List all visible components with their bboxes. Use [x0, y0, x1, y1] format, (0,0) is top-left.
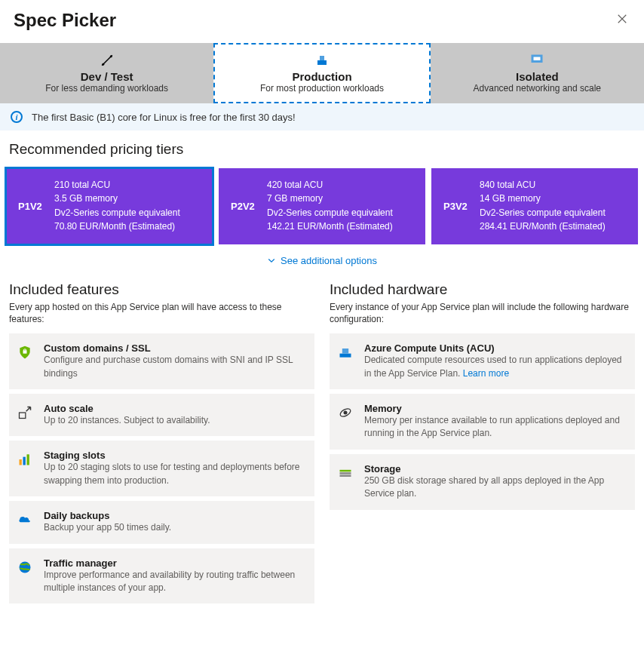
hardware-desc: 250 GB disk storage shared by all apps d… — [364, 474, 627, 501]
svg-rect-5 — [534, 57, 541, 60]
close-icon — [617, 12, 627, 27]
feature-daily-backups: Daily backups Backup your app 50 times d… — [9, 501, 314, 543]
recommended-heading: Recommended pricing tiers — [9, 141, 635, 158]
tier-spec: 284.41 EUR/Month (Estimated) — [480, 220, 606, 233]
tier-spec: Dv2-Series compute equivalent — [267, 207, 393, 220]
close-button[interactable] — [614, 9, 630, 31]
storage-icon — [337, 465, 354, 481]
tier-spec: Dv2-Series compute equivalent — [54, 207, 180, 220]
tab-dev-test[interactable]: Dev / Test For less demanding workloads — [0, 43, 213, 103]
svg-point-12 — [20, 561, 31, 573]
svg-rect-19 — [340, 474, 351, 477]
wrench-icon — [100, 54, 114, 67]
tier-card-p1v2[interactable]: P1V2 210 total ACU 3.5 GB memory Dv2-Ser… — [6, 168, 213, 244]
svg-point-0 — [102, 63, 104, 65]
feature-desc: Configure and purchase custom domains wi… — [44, 354, 307, 380]
hardware-memory: Memory Memory per instance available to … — [330, 394, 635, 450]
svg-rect-2 — [317, 60, 327, 65]
feature-desc: Backup your app 50 times daily. — [44, 521, 307, 534]
tier-category-tabs: Dev / Test For less demanding workloads … — [0, 43, 644, 103]
svg-rect-3 — [320, 56, 324, 60]
tier-card-p2v2[interactable]: P2V2 420 total ACU 7 GB memory Dv2-Serie… — [219, 168, 425, 244]
tab-title: Production — [292, 70, 351, 83]
svg-rect-18 — [340, 472, 351, 474]
tier-spec: 70.80 EUR/Month (Estimated) — [54, 220, 180, 233]
server-icon — [315, 54, 329, 67]
tier-card-p3v2[interactable]: P3V2 840 total ACU 14 GB memory Dv2-Seri… — [431, 168, 638, 244]
hardware-storage: Storage 250 GB disk storage shared by al… — [330, 454, 635, 510]
feature-traffic-manager: Traffic manager Improve performance and … — [9, 548, 314, 604]
additional-label: See additional options — [281, 255, 377, 266]
tier-name: P3V2 — [443, 201, 471, 212]
info-icon: i — [11, 111, 23, 123]
tab-subtitle: For less demanding workloads — [45, 83, 168, 94]
chevron-down-icon — [267, 256, 276, 265]
pricing-tiers: P1V2 210 total ACU 3.5 GB memory Dv2-Ser… — [0, 168, 644, 244]
feature-staging-slots: Staging slots Up to 20 staging slots to … — [9, 441, 314, 496]
feature-title: Daily backups — [44, 510, 307, 521]
info-text: The first Basic (B1) core for Linux is f… — [32, 112, 296, 123]
tab-subtitle: Advanced networking and scale — [474, 83, 601, 94]
hardware-acu: Azure Compute Units (ACU) Dedicated comp… — [330, 333, 635, 389]
tab-isolated[interactable]: Isolated Advanced networking and scale — [431, 43, 644, 103]
svg-rect-10 — [23, 457, 26, 465]
tier-spec: 3.5 GB memory — [54, 192, 180, 205]
tier-spec: 14 GB memory — [480, 192, 606, 205]
compute-icon — [337, 344, 354, 361]
tier-spec: 210 total ACU — [54, 179, 180, 192]
tab-title: Dev / Test — [81, 70, 133, 83]
features-description: Every app hosted on this App Service pla… — [9, 301, 314, 327]
learn-more-link[interactable]: Learn more — [463, 368, 509, 379]
page-title: Spec Picker — [14, 10, 116, 31]
tier-spec: 142.21 EUR/Month (Estimated) — [267, 220, 393, 233]
shield-lock-icon — [17, 344, 33, 361]
hardware-title: Azure Compute Units (ACU) — [364, 342, 627, 354]
memory-icon — [337, 404, 354, 421]
svg-point-16 — [344, 410, 348, 414]
svg-rect-17 — [340, 470, 351, 472]
cloud-backup-icon — [17, 511, 33, 528]
feature-custom-domains: Custom domains / SSL Configure and purch… — [9, 333, 314, 389]
tier-name: P1V2 — [18, 201, 45, 212]
tier-spec: 7 GB memory — [267, 192, 393, 205]
feature-title: Auto scale — [44, 403, 307, 414]
info-banner: i The first Basic (B1) core for Linux is… — [0, 103, 644, 131]
see-additional-options[interactable]: See additional options — [0, 244, 644, 277]
slots-icon — [17, 451, 33, 468]
svg-point-1 — [109, 55, 112, 57]
network-icon — [530, 54, 544, 67]
svg-rect-11 — [27, 455, 29, 465]
svg-rect-8 — [20, 413, 26, 419]
tab-title: Isolated — [516, 70, 559, 83]
hardware-desc: Dedicated compute resources used to run … — [364, 354, 627, 380]
svg-rect-9 — [20, 459, 22, 465]
features-heading: Included features — [9, 281, 314, 298]
tier-spec: 840 total ACU — [480, 179, 606, 192]
tier-name: P2V2 — [231, 201, 258, 212]
included-hardware-column: Included hardware Every instance of your… — [330, 281, 635, 609]
feature-auto-scale: Auto scale Up to 20 instances. Subject t… — [9, 394, 314, 436]
feature-title: Custom domains / SSL — [44, 342, 307, 354]
feature-title: Traffic manager — [44, 557, 307, 569]
tier-spec: Dv2-Series compute equivalent — [480, 207, 606, 220]
hardware-desc: Memory per instance available to run app… — [364, 414, 627, 441]
tier-specs: 210 total ACU 3.5 GB memory Dv2-Series c… — [54, 179, 180, 234]
tab-production[interactable]: Production For most production workloads — [213, 43, 430, 103]
included-features-column: Included features Every app hosted on th… — [9, 281, 314, 609]
hardware-title: Memory — [364, 403, 627, 414]
svg-rect-14 — [342, 349, 348, 354]
feature-title: Staging slots — [44, 450, 307, 461]
hardware-description: Every instance of your App Service plan … — [330, 301, 635, 327]
tier-specs: 420 total ACU 7 GB memory Dv2-Series com… — [267, 179, 393, 234]
tab-subtitle: For most production workloads — [260, 83, 384, 94]
scale-arrow-icon — [17, 404, 33, 421]
tier-spec: 420 total ACU — [267, 179, 393, 192]
globe-icon — [17, 559, 33, 576]
hardware-heading: Included hardware — [330, 281, 635, 298]
tier-specs: 840 total ACU 14 GB memory Dv2-Series co… — [480, 179, 606, 234]
feature-desc: Up to 20 staging slots to use for testin… — [44, 461, 307, 487]
svg-rect-13 — [340, 354, 351, 358]
feature-desc: Improve performance and availability by … — [44, 569, 307, 595]
feature-desc: Up to 20 instances. Subject to availabil… — [44, 414, 307, 427]
hardware-title: Storage — [364, 463, 627, 474]
